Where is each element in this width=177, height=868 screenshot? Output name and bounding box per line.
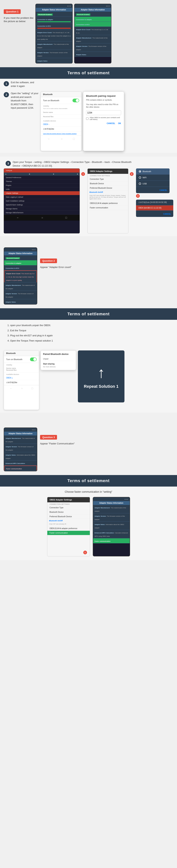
s3-obdii-pref[interactable]: OBDII,ELM At adapter preference xyxy=(47,526,90,531)
device2-item[interactable]: OBDII [AA:BB:CC:11:22:33] xyxy=(136,206,173,211)
conn-cancel-bar: CANCEL xyxy=(136,187,170,193)
q2-conn-ecu: Connection to ECU xyxy=(4,266,37,270)
conn-bluetooth-label: Bluetooth xyxy=(143,170,151,173)
terms-banner-1-text: Terms of settlement xyxy=(68,70,109,75)
question1-label: Question 1 xyxy=(4,9,21,14)
connection-panels: Bluetooth WiFi USB CANCEL xyxy=(136,168,173,217)
start-sharing-label: Start sharing xyxy=(43,363,74,365)
step1-block: 1 Exit the software, and enter it again xyxy=(0,79,177,90)
torque-menu-themes[interactable]: Themes xyxy=(4,180,80,184)
step-indicators: 1 xyxy=(81,168,86,176)
unpair-option[interactable]: Unpair xyxy=(43,357,74,361)
num-circle-1: 1 xyxy=(81,172,85,176)
conn-cancel-button[interactable]: CANCEL xyxy=(159,189,167,191)
torque-nav-bar: ← ○ □ xyxy=(4,215,80,221)
error-count-row-1: Adapter Error Count The should say 0, or… xyxy=(36,30,72,41)
bt-home-icon-2[interactable]: ○ xyxy=(21,387,23,390)
torque-home-icon[interactable]: ○ xyxy=(42,216,43,219)
obd2-toggle-text: Only if BT was already off when Torque s… xyxy=(87,194,128,201)
torque-menu-data[interactable]: Data Logging & Upload xyxy=(4,195,80,199)
bt-menu-icon[interactable]: □ xyxy=(73,137,75,141)
torque-menu-units[interactable]: Units xyxy=(4,187,80,191)
s3-bt-device[interactable]: Bluetooth Device xyxy=(47,510,90,515)
obd2-faster-row[interactable]: Faster communication xyxy=(87,206,128,210)
s3-conn-section: Connection settings xyxy=(47,502,90,505)
bt-menu-icon-2[interactable]: □ xyxy=(31,387,33,390)
bt-device2-row[interactable]: 小米手机Elite xyxy=(41,127,81,132)
version-label-1: Adapter Version xyxy=(37,52,49,54)
manufacturer-row-2: Adapter Manufacturer The make/model of t… xyxy=(75,35,111,43)
pairing-ok-button[interactable]: OK xyxy=(118,122,121,124)
s3-conn-type[interactable]: Connection Type xyxy=(47,505,90,510)
device-cancel-button[interactable]: CANCEL xyxy=(163,213,171,215)
s3-obdii-pref-label: OBDII,ELM At adapter preference xyxy=(50,527,77,529)
q3-status-bar: ● ● ● xyxy=(4,428,37,432)
device-selection-panel: 小米手机Euto [34:80:B3:04:5E:5B] OBDII [AA:B… xyxy=(136,199,173,217)
conn-adapter-row-2: Connection to adapter xyxy=(75,17,111,22)
bluetooth-settings-screen: Bluetooth Turn on Bluetooth Visibility T… xyxy=(41,92,82,151)
conn-wifi-item[interactable]: WiFi xyxy=(136,175,170,181)
bt-home-icon[interactable]: ○ xyxy=(61,137,62,141)
bt-toggle-label: Turn on Bluetooth xyxy=(43,99,59,101)
notes-label-2: Adapter Notes xyxy=(76,54,86,56)
connection-type-panel: Bluetooth WiFi USB CANCEL xyxy=(136,168,170,193)
q3-enhanced-mpg: Enhanced MPG Calculation xyxy=(4,461,37,466)
q2-notes-label: Adapter Notes xyxy=(6,301,16,303)
paired-dialog: Paired Bluetooth device Unpair Start sha… xyxy=(41,350,76,370)
pairing-cancel-button[interactable]: CANCEL xyxy=(107,122,115,124)
conn-bluetooth-item[interactable]: Bluetooth xyxy=(136,168,170,175)
obd2-conn-type-row[interactable]: Connection Type xyxy=(87,177,128,181)
torque-menu-alarms[interactable]: Manage Alarms xyxy=(4,207,80,211)
conn-adapter-label-1: Connection to adapter xyxy=(37,19,53,21)
s3-num-circle: 1 xyxy=(83,551,87,554)
pairing-pin-input[interactable] xyxy=(86,110,121,115)
question3-screen-block: ● ● ● Adapter Status Information Adapter… xyxy=(4,428,37,471)
s3-adapter-version-label: Adapter Version xyxy=(95,515,106,517)
bt-toggle-row-2[interactable]: Turn on Bluetooth xyxy=(4,356,39,363)
conn-usb-item[interactable]: USB xyxy=(136,181,170,187)
steps-list-item-4: 4. Open the Torque.Then repeat solution … xyxy=(7,339,170,343)
bt-back-icon[interactable]: ← xyxy=(48,137,50,141)
conn-usb-label: USB xyxy=(143,183,147,185)
obd2-bt-device-row[interactable]: Bluetooth Device xyxy=(87,181,128,186)
torque-menu-adapter[interactable]: Adapter Settings xyxy=(4,191,80,195)
torque-menu-speech[interactable]: Speech/Alarm Settings xyxy=(4,203,80,207)
obd2-preferred-row[interactable]: Preferred Bluetooth Device xyxy=(87,186,128,190)
q2-conn-adapter: Connection to adapter xyxy=(4,260,37,266)
section2-inner: ● ● ● Adapter Status Information Bluetoo… xyxy=(4,247,173,305)
step1-text: Exit the software, and enter it again xyxy=(11,81,39,88)
obd2-elm-row[interactable]: OBDII,ELM At adapter preference xyxy=(87,201,128,206)
bt-device1-name: OBDII xyxy=(43,123,48,125)
bt-toggle[interactable] xyxy=(73,99,79,102)
torque-menu-dash[interactable]: Dash Installation settings xyxy=(4,199,80,203)
question2-block: ● ● ● Adapter Status Information Bluetoo… xyxy=(4,247,37,305)
pairing-dialog-title: Bluetooth pairing request xyxy=(86,95,121,97)
torque-menu-obd[interactable]: Manage OBDs/Sensors xyxy=(4,211,80,215)
device2-name: OBDII [AA:BB:CC:11:22:33] xyxy=(138,207,161,209)
device1-item[interactable]: 小米手机Euto [34:80:B3:04:5E:5B] xyxy=(136,199,173,206)
bt-cannot-find[interactable]: Can't find the target device? View possi… xyxy=(41,132,81,135)
bt-enabled-row-1: Bluetooth Enabled xyxy=(36,12,72,17)
bt-toggle-row[interactable]: Turn on Bluetooth xyxy=(41,97,81,104)
bt-device-name-label-2: Device name xyxy=(6,367,37,369)
torque-back-icon[interactable]: ← xyxy=(17,216,19,219)
bt-enabled-row-2: Bluetooth Enabled xyxy=(75,12,111,17)
torque-menu-icon-nav[interactable]: □ xyxy=(66,216,67,219)
bt-device1-row[interactable]: OBDII ○ xyxy=(41,122,81,127)
s3-preferred[interactable]: Preferred Bluetooth Device xyxy=(47,515,90,519)
phone-screen-1: ● ● ● Adapter Status Information Bluetoo… xyxy=(35,4,73,63)
error-count-label-2: Adapter Error Count xyxy=(76,29,91,30)
version-row-2: Adapter Version The firmware version of … xyxy=(75,43,111,52)
question2-text: Appear "Adapter Error count" xyxy=(40,266,71,269)
bt-device1-row-2[interactable]: OBDII ● xyxy=(4,376,39,380)
bt-device2-row-2[interactable]: 小米手机Elite xyxy=(4,380,39,385)
torque-menu-general[interactable]: General Preferences xyxy=(4,176,80,180)
s3-faster-comm-row[interactable]: Faster communication xyxy=(47,531,90,535)
pairing-contacts-checkbox[interactable] xyxy=(86,117,88,120)
bt-device-name-row-2: Device name Received files xyxy=(4,366,39,372)
bt-back-icon-2[interactable]: ← xyxy=(10,387,12,390)
bt-toggle-2[interactable] xyxy=(30,358,37,361)
obd2-settings-header: OBD2 Adapter Settings xyxy=(87,168,128,174)
notes-row-1: Adapter Notes xyxy=(36,58,72,63)
torque-menu-plugins[interactable]: Plugins xyxy=(4,184,80,187)
